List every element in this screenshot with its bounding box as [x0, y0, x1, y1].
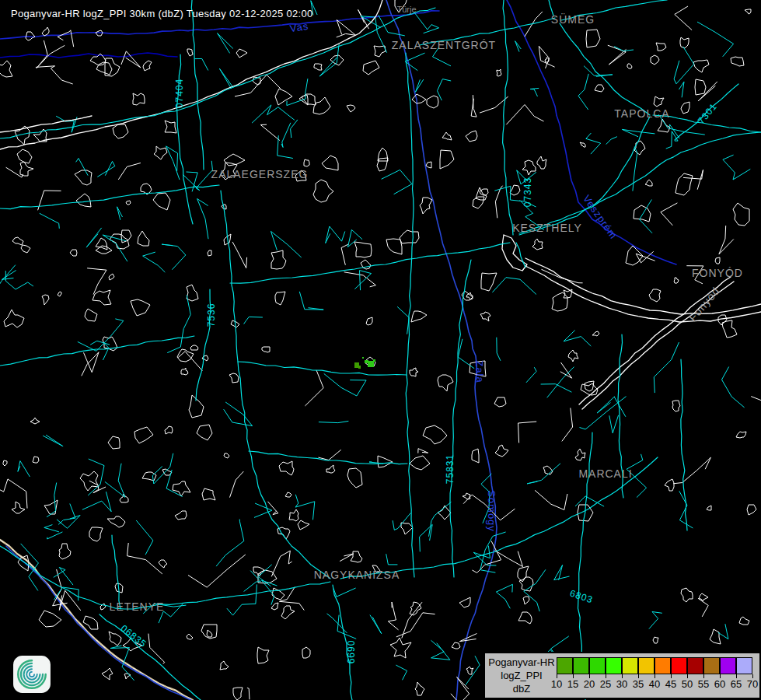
village-road [127, 543, 162, 574]
balaton-shore-rail [525, 266, 761, 322]
village-outline [351, 551, 362, 562]
village-outline [314, 64, 322, 70]
minor-road [438, 79, 452, 101]
village-road [188, 555, 246, 587]
village-outline [372, 565, 380, 572]
village-road [494, 551, 522, 567]
village-outline [187, 49, 193, 56]
road-zgrot-sumeg [420, 18, 555, 45]
radar-screen: SÜMEGZALASZENTGRÓTTAPOLCAZALAEGERSZEGKES… [0, 0, 761, 700]
village-outline [494, 397, 506, 407]
main-road-nw-branch [0, 116, 92, 132]
nw-river [0, 53, 177, 58]
village-outline [134, 427, 153, 443]
village-outline [654, 96, 664, 107]
village-outline [442, 132, 452, 140]
village-outline [131, 299, 150, 316]
village-outline [102, 668, 113, 680]
minor-road [143, 252, 166, 272]
met-spiral-logo[interactable] [12, 655, 51, 694]
village-outline [374, 46, 386, 57]
minor-road [218, 33, 233, 54]
legend-title-line3: dbZ [487, 682, 557, 695]
dbz-legend: Poganyvar-HR logZ_PPI dbZ 10152025303540… [483, 652, 761, 699]
minor-road [291, 120, 298, 138]
minor-road [227, 584, 257, 615]
minor-road [43, 435, 63, 446]
village-road [0, 479, 27, 509]
village-outline [187, 285, 198, 301]
village-road [271, 551, 291, 576]
road-75-west [230, 243, 510, 283]
village-outline [363, 61, 379, 75]
village-outline [386, 239, 402, 254]
village-outline [739, 617, 749, 625]
minor-road [262, 580, 278, 605]
village-outline [0, 61, 12, 77]
minor-road [56, 116, 77, 132]
village-outline [165, 121, 176, 133]
village-outline [326, 465, 335, 473]
legend-title-line2: logZ_PPI [487, 669, 557, 682]
village-outline [208, 250, 211, 256]
village-outline [4, 310, 24, 327]
village-outline [575, 449, 585, 460]
village-road [37, 40, 65, 68]
minor-road [481, 474, 491, 523]
village-road [686, 266, 703, 284]
minor-road [526, 367, 536, 383]
village-outline [207, 630, 212, 637]
legend-color-cell [720, 657, 736, 674]
main-road-nw [0, 0, 382, 149]
village-outline [202, 488, 215, 500]
village-outline [3, 460, 7, 466]
village-outline [649, 289, 661, 302]
village-outline [522, 160, 536, 175]
minor-road [654, 342, 679, 393]
village-outline [154, 146, 167, 159]
minor-road [723, 155, 750, 180]
village-outline [580, 142, 585, 147]
minor-road [103, 235, 127, 261]
road-7536 [196, 289, 211, 401]
village-outline [497, 69, 501, 76]
village-outline [470, 361, 486, 376]
village-outline [236, 49, 247, 58]
village-outline [42, 27, 49, 36]
village-road [673, 457, 710, 484]
village-outline [674, 278, 679, 283]
minor-road [105, 464, 125, 498]
village-outline [585, 381, 594, 391]
minor-road [697, 22, 734, 57]
village-outline [523, 597, 529, 604]
village-road [719, 226, 734, 254]
minor-road [82, 492, 111, 512]
minor-road [622, 129, 655, 136]
minor-road [57, 516, 80, 529]
legend-color-cell [573, 657, 589, 674]
village-outline [656, 43, 666, 51]
minor-road [609, 415, 619, 433]
village-outline [59, 544, 71, 559]
minor-road [517, 170, 536, 184]
village-outline [153, 193, 170, 210]
village-outline [281, 606, 295, 619]
radar-echo-cell [358, 366, 361, 369]
zala-river-somogy-border [386, 0, 497, 700]
village-outline [12, 237, 23, 245]
minor-road [669, 124, 679, 138]
village-outline [271, 250, 286, 269]
minor-road [541, 384, 572, 393]
village-outline [96, 62, 112, 75]
minor-road [252, 105, 295, 123]
minor-road [554, 565, 570, 580]
minor-road [497, 338, 501, 361]
village-road [82, 352, 99, 376]
minor-road [90, 341, 110, 345]
village-outline [634, 205, 651, 222]
village-outline [271, 603, 278, 610]
minor-road [649, 612, 662, 629]
road-sumeg-ne [561, 0, 667, 20]
village-road [118, 163, 141, 180]
village-road [87, 268, 106, 295]
